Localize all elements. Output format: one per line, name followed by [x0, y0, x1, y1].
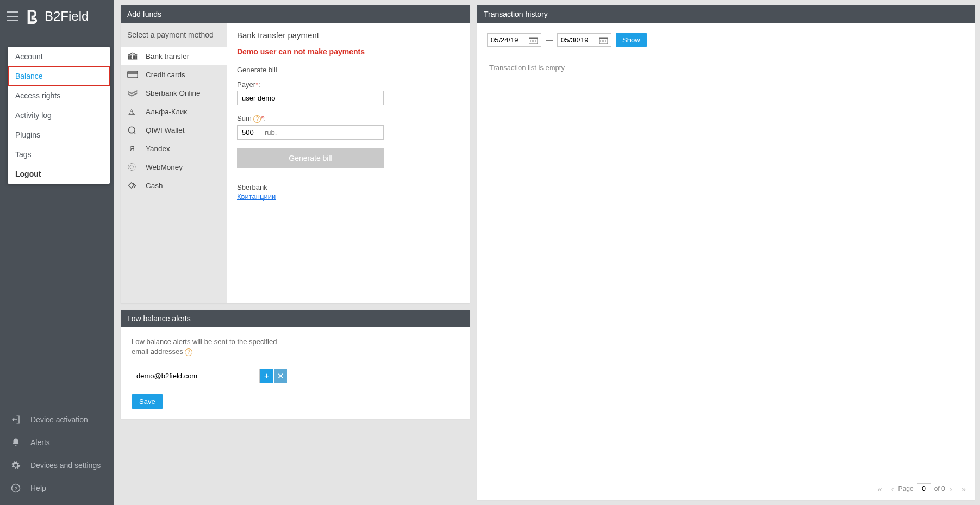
pm-label: WebMoney [146, 163, 183, 171]
date-from-field[interactable] [487, 33, 541, 47]
svg-point-15 [533, 41, 534, 42]
hamburger-icon[interactable] [7, 11, 18, 21]
form-heading: Bank transfer payment [237, 30, 460, 40]
pm-label: Sberbank Online [146, 89, 201, 97]
svg-point-9 [530, 40, 531, 41]
help-icon[interactable]: ? [185, 348, 192, 356]
panel-title: Low balance alerts [121, 310, 470, 327]
receipt-link[interactable]: Квитанциии [237, 192, 276, 201]
pm-label: Альфа-Клик [146, 108, 187, 116]
sum-unit: rub. [265, 128, 277, 136]
sidebar-item-label: Alerts [30, 438, 50, 447]
svg-point-6 [128, 163, 135, 170]
pager-last[interactable]: » [960, 484, 967, 494]
yandex-icon: Я [127, 144, 138, 153]
svg-point-23 [602, 41, 603, 42]
card-icon [127, 70, 138, 79]
menu-item-tags[interactable]: Tags [8, 145, 110, 164]
pager-of-label: of 0 [934, 485, 945, 492]
date-to-input[interactable] [561, 36, 595, 44]
pm-webmoney[interactable]: WebMoney [121, 158, 227, 176]
sidebar-item-label: Devices and settings [30, 461, 101, 470]
sberbank-label: Sberbank [237, 183, 460, 191]
webmoney-icon [127, 163, 138, 171]
remove-email-button[interactable]: ✕ [274, 369, 287, 383]
transaction-history-panel: Transaction history — Show Transaction l… [477, 5, 975, 500]
pager-first[interactable]: « [876, 484, 883, 494]
svg-point-7 [130, 165, 134, 169]
payer-input[interactable] [237, 91, 384, 105]
low-balance-panel: Low balance alerts Low balance alerts wi… [121, 310, 470, 419]
pager-prev[interactable]: ‹ [890, 484, 895, 494]
pm-label: Yandex [146, 145, 170, 153]
sidebar-item-label: Help [30, 484, 46, 492]
svg-point-16 [535, 41, 536, 42]
svg-point-11 [533, 40, 534, 41]
menu-item-activity-log[interactable]: Activity log [8, 105, 110, 125]
pm-yandex[interactable]: Я Yandex [121, 139, 227, 158]
demo-warning: Demo user can not make payments [237, 47, 460, 56]
alfa-icon: A [127, 107, 138, 116]
sidebar: B2Field Account Balance Access rights Ac… [0, 0, 114, 505]
calendar-icon[interactable] [599, 36, 608, 44]
date-to-field[interactable] [557, 33, 611, 47]
add-email-button[interactable]: ＋ [260, 369, 273, 383]
svg-point-22 [600, 41, 601, 42]
pm-label: QIWI Wallet [146, 126, 185, 134]
svg-point-20 [603, 40, 604, 41]
low-balance-description: Low balance alerts will be sent to the s… [132, 337, 284, 357]
alert-email-input[interactable] [132, 369, 260, 383]
pm-label: Cash [146, 182, 163, 190]
pm-credit-cards[interactable]: Credit cards [121, 65, 227, 84]
pm-alfa[interactable]: A Альфа-Клик [121, 102, 227, 121]
panel-title: Transaction history [477, 5, 975, 23]
sidebar-item-device-activation[interactable]: Device activation [0, 408, 114, 431]
pager-page-label: Page [898, 485, 914, 492]
sidebar-item-help[interactable]: ? Help [0, 477, 114, 500]
sidebar-item-label: Device activation [30, 415, 88, 424]
brand-name: B2Field [45, 9, 89, 24]
pager-page-input[interactable] [917, 483, 931, 494]
qiwi-icon [127, 126, 138, 134]
menu-item-access-rights[interactable]: Access rights [8, 86, 110, 105]
show-button[interactable]: Show [616, 33, 647, 47]
pager-next[interactable]: › [948, 484, 953, 494]
menu-item-balance[interactable]: Balance [8, 66, 110, 86]
pm-label: Credit cards [146, 71, 185, 79]
svg-text:A: A [129, 107, 134, 115]
svg-rect-2 [128, 71, 138, 78]
menu-item-account[interactable]: Account [8, 47, 110, 66]
generate-bill-button[interactable]: Generate bill [237, 148, 384, 168]
svg-point-14 [532, 41, 533, 42]
svg-point-19 [602, 40, 603, 41]
svg-text:Я: Я [129, 145, 135, 153]
logo-icon [25, 9, 40, 24]
help-icon[interactable]: ? [253, 115, 261, 123]
calendar-icon[interactable] [529, 36, 538, 44]
payment-method-list: Select a payment method Bank transfer Cr… [121, 23, 227, 303]
svg-point-18 [600, 40, 601, 41]
date-separator: — [546, 36, 553, 44]
svg-point-13 [530, 41, 531, 42]
sidebar-item-alerts[interactable]: Alerts [0, 431, 114, 454]
pager: « ‹ Page of 0 › » [876, 483, 967, 494]
gear-icon [11, 460, 21, 470]
pm-qiwi[interactable]: QIWI Wallet [121, 121, 227, 139]
empty-message: Transaction list is empty [487, 64, 965, 72]
bell-icon [11, 438, 21, 447]
date-from-input[interactable] [491, 36, 525, 44]
sidebar-item-devices-settings[interactable]: Devices and settings [0, 454, 114, 477]
payment-method-heading: Select a payment method [121, 23, 227, 47]
svg-text:?: ? [14, 485, 17, 491]
menu-item-plugins[interactable]: Plugins [8, 125, 110, 145]
menu-item-logout[interactable]: Logout [8, 164, 110, 184]
panel-title: Add funds [121, 5, 470, 23]
sum-input[interactable] [238, 126, 265, 139]
save-button[interactable]: Save [132, 394, 163, 409]
brand-logo: B2Field [25, 9, 89, 24]
pm-bank-transfer[interactable]: Bank transfer [121, 47, 227, 65]
pm-cash[interactable]: Cash [121, 176, 227, 195]
exit-icon [11, 415, 21, 425]
svg-point-21 [605, 40, 606, 41]
pm-sberbank[interactable]: Sberbank Online [121, 84, 227, 102]
